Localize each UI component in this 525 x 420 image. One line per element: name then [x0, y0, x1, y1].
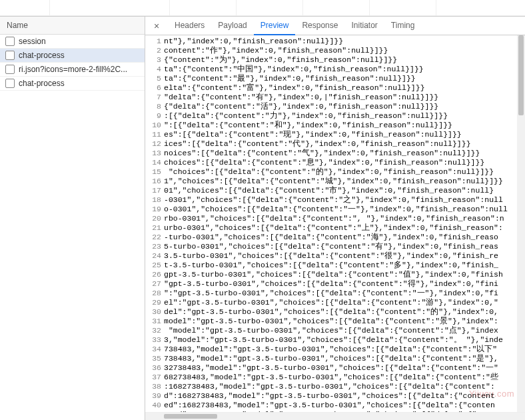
- line-number: 26: [145, 270, 161, 279]
- request-label: ri.json?icons=more-2-fill%2C...: [19, 65, 127, 74]
- top-ruler: [0, 0, 525, 16]
- line-number: 33: [145, 335, 161, 345]
- line-number: 6: [145, 83, 161, 93]
- tab-headers[interactable]: Headers: [168, 17, 211, 35]
- line-number: 17: [145, 186, 161, 195]
- code-line[interactable]: :[{"delta":{"content":"力"},"index":0,"fi…: [164, 111, 517, 121]
- line-number: 38: [145, 382, 161, 391]
- line-number: 3: [145, 55, 161, 65]
- code-line[interactable]: 01","choices":[{"delta":{"content":"市"},…: [164, 186, 517, 195]
- tab-payload[interactable]: Payload: [211, 17, 253, 35]
- line-number: 2: [145, 46, 161, 55]
- code-line[interactable]: 32738483,"model":"gpt-3.5-turbo-0301","c…: [164, 363, 517, 373]
- code-line[interactable]: 3.5-turbo-0301","choices":[{"delta":{"co…: [164, 251, 517, 261]
- line-number: 27: [145, 279, 161, 289]
- code-line[interactable]: t-3.5-turbo-0301","choices":[{"delta":{"…: [164, 261, 517, 270]
- code-line[interactable]: {"delta":{"content":"活"},"index":0,"fini…: [164, 102, 517, 111]
- code-line[interactable]: el":"gpt-3.5-turbo-0301","choices":[{"de…: [164, 298, 517, 307]
- request-label: chat-process: [19, 79, 65, 88]
- code-line[interactable]: es":[{"delta":{"content":"现"},"index":0,…: [164, 130, 517, 139]
- tab-response[interactable]: Response: [295, 17, 344, 35]
- file-icon: [5, 79, 15, 88]
- line-number: 36: [145, 363, 161, 373]
- code-line[interactable]: ":[{"delta":{"content":"和"},"index":0,"f…: [164, 121, 517, 130]
- vertical-scrollbar[interactable]: [517, 35, 525, 412]
- line-number: 30: [145, 307, 161, 317]
- line-number: 40: [145, 401, 161, 410]
- line-number: 37: [145, 373, 161, 382]
- code-line[interactable]: nt"},"index":0,"finish_reason":null}]}}: [164, 37, 517, 46]
- code-line[interactable]: o-0301","choices":[{"delta":{"content":"…: [164, 205, 517, 214]
- line-number: 12: [145, 139, 161, 149]
- line-number: 7: [145, 93, 161, 102]
- line-number: 14: [145, 158, 161, 167]
- code-line[interactable]: :1682738483,"model":"gpt-3.5-turbo-0301"…: [164, 382, 517, 391]
- code-line[interactable]: noices":[{"delta":{"content":"气"},"index…: [164, 149, 517, 158]
- code-line[interactable]: "delta":{"content":"有"},"index":0,|"fini…: [164, 93, 517, 102]
- code-line[interactable]: choices":[{"delta":{"content":"息"},"inde…: [164, 158, 517, 167]
- code-line[interactable]: ed":1682738483,"model":"gpt-3.5-turbo-03…: [164, 401, 517, 410]
- line-gutter: 1234567891011121314151617181920212223242…: [145, 35, 164, 412]
- close-icon[interactable]: ×: [151, 20, 163, 32]
- horizontal-scrollbar[interactable]: [145, 412, 525, 420]
- request-item[interactable]: ri.json?icons=more-2-fill%2C...: [0, 63, 145, 77]
- line-number: 13: [145, 149, 161, 158]
- code-line[interactable]: {"content":"为"},"index":0,"finish_reason…: [164, 55, 517, 65]
- request-list: sessionchat-processri.json?icons=more-2-…: [0, 35, 145, 420]
- code-line[interactable]: elta":{"content":"富"},"index":0,"finish_…: [164, 83, 517, 93]
- line-number: 16: [145, 177, 161, 186]
- line-number: 39: [145, 391, 161, 401]
- line-number: 9: [145, 111, 161, 121]
- line-number: 19: [145, 205, 161, 214]
- line-number: 32: [145, 326, 161, 335]
- tab-initiator[interactable]: Initiator: [344, 17, 384, 35]
- tab-timing[interactable]: Timing: [384, 17, 422, 35]
- code-line[interactable]: ices":[{"delta":{"content":"代"},"index":…: [164, 139, 517, 149]
- tab-preview[interactable]: Preview: [254, 17, 296, 35]
- code-line[interactable]: model":"gpt-3.5-turbo-0301","choices":[{…: [164, 317, 517, 326]
- code-line[interactable]: "model":"gpt-3.5-turbo-0301","choices":[…: [164, 326, 517, 335]
- code-line[interactable]: rbo-0301","choices":[{"delta":{"content"…: [164, 214, 517, 223]
- line-number: 34: [145, 345, 161, 354]
- request-label: chat-process: [19, 51, 65, 60]
- line-number: 21: [145, 223, 161, 233]
- sidebar-header: Name: [0, 17, 145, 35]
- line-number: 1: [145, 37, 161, 46]
- code-line[interactable]: gpt-3.5-turbo-0301","choices":[{"delta":…: [164, 270, 517, 279]
- request-item[interactable]: chat-process: [0, 49, 145, 63]
- code-line[interactable]: ":"gpt-3.5-turbo-0301","choices":[{"delt…: [164, 289, 517, 298]
- request-label: session: [19, 37, 46, 46]
- code-line[interactable]: 5-turbo-0301","choices":[{"delta":{"cont…: [164, 242, 517, 251]
- line-number: 18: [145, 195, 161, 205]
- code-line[interactable]: d":1682738483,"model":"gpt-3.5-turbo-030…: [164, 391, 517, 401]
- code-line[interactable]: "choices":[{"delta":{"content":"的"},"ind…: [164, 167, 517, 177]
- file-icon: [5, 65, 15, 74]
- code-line[interactable]: "gpt-3.5-turbo-0301","choices":[{"delta"…: [164, 279, 517, 289]
- vertical-scrollbar-thumb[interactable]: [518, 35, 524, 115]
- line-number: 35: [145, 354, 161, 363]
- line-number: 8: [145, 102, 161, 111]
- code-line[interactable]: content":"作"},"index":0,"finish_reason":…: [164, 46, 517, 55]
- code-line[interactable]: 738483,"model":"gpt-3.5-turbo-0301","cho…: [164, 345, 517, 354]
- line-number: 22: [145, 233, 161, 242]
- line-number: 20: [145, 214, 161, 223]
- code-line[interactable]: 682738483,"model":"gpt-3.5-turbo-0301","…: [164, 373, 517, 382]
- preview-code-area[interactable]: 1234567891011121314151617181920212223242…: [145, 35, 525, 412]
- line-number: 31: [145, 317, 161, 326]
- line-number: 5: [145, 74, 161, 83]
- line-number: 4: [145, 65, 161, 74]
- code-line[interactable]: -0301","choices":[{"delta":{"content":"之…: [164, 195, 517, 205]
- code-line[interactable]: urbo-0301","choices":[{"delta":{"content…: [164, 223, 517, 233]
- line-number: 15: [145, 167, 161, 177]
- code-line[interactable]: 3,"model":"gpt-3.5-turbo-0301","choices"…: [164, 335, 517, 345]
- horizontal-scrollbar-thumb[interactable]: [164, 414, 217, 419]
- code-line[interactable]: del":"gpt-3.5-turbo-0301","choices":[{"d…: [164, 307, 517, 317]
- code-line[interactable]: 1","choices":[{"delta":{"content":"城"},"…: [164, 177, 517, 186]
- code-line[interactable]: ta":{"content":"中国"},"index":0,"finish_r…: [164, 65, 517, 74]
- code-line[interactable]: 738483,"model":"gpt-3.5-turbo-0301","cho…: [164, 354, 517, 363]
- request-item[interactable]: chat-process: [0, 77, 145, 91]
- code-line[interactable]: -turbo-0301","choices":[{"delta":{"conte…: [164, 233, 517, 242]
- code-line[interactable]: ta":{"content":"最"},"index":0,"finish_re…: [164, 74, 517, 83]
- request-item[interactable]: session: [0, 35, 145, 49]
- code-content[interactable]: nt"},"index":0,"finish_reason":null}]}}c…: [164, 35, 517, 412]
